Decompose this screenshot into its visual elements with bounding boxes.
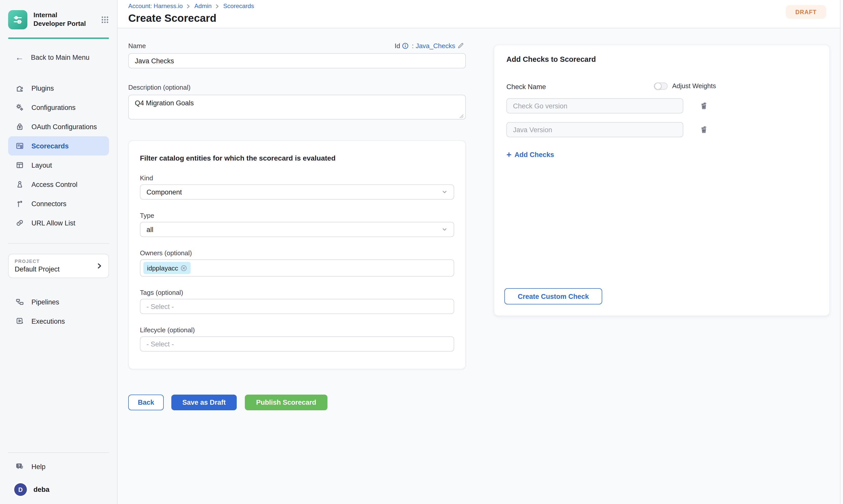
sidebar-item-label: Layout — [31, 161, 52, 169]
sidebar: Internal Developer Portal ← Back to Main… — [0, 0, 118, 504]
sidebar-item-connectors[interactable]: Connectors — [8, 194, 109, 213]
name-input[interactable] — [128, 53, 466, 68]
check-name-label: Check Name — [506, 83, 546, 90]
lifecycle-placeholder: - Select - — [146, 340, 174, 348]
avatar: D — [14, 483, 27, 496]
executions-icon — [15, 317, 24, 326]
create-custom-check-button[interactable]: Create Custom Check — [504, 288, 602, 304]
sidebar-item-label: Pipelines — [31, 298, 59, 306]
breadcrumb-admin[interactable]: Admin — [194, 2, 212, 10]
breadcrumb-account[interactable]: Account: Harness.io — [128, 2, 183, 10]
lifecycle-label: Lifecycle (optional) — [140, 326, 454, 334]
sidebar-nav: Plugins Configurations — [0, 78, 117, 233]
sidebar-item-oauth-configurations[interactable]: OAuth Configurations — [8, 117, 109, 136]
type-label: Type — [140, 212, 454, 219]
sidebar-item-pipelines[interactable]: Pipelines — [8, 292, 109, 311]
kind-select[interactable]: Component — [140, 184, 454, 200]
back-label: Back to Main Menu — [31, 53, 89, 61]
type-field-group: Type all — [140, 212, 454, 237]
entity-id-row: Id : Java_Checks — [394, 42, 466, 50]
app-grid-icon[interactable] — [101, 16, 109, 24]
app-title: Internal Developer Portal — [33, 11, 89, 29]
id-value[interactable]: Java_Checks — [416, 42, 455, 50]
back-to-main-menu[interactable]: ← Back to Main Menu — [8, 51, 109, 63]
delete-check-button[interactable] — [699, 101, 709, 111]
puzzle-icon — [15, 84, 24, 93]
plus-icon: + — [506, 150, 511, 159]
add-checks-label: Add Checks — [514, 151, 554, 159]
sidebar-item-label: Configurations — [31, 104, 75, 111]
id-separator: : — [412, 42, 414, 50]
adjust-weights-label: Adjust Weights — [672, 82, 716, 90]
owners-input[interactable]: idpplayacc — [140, 259, 454, 276]
main-area: Account: Harness.io Admin Scorecards Cre… — [118, 0, 843, 504]
link-icon — [15, 218, 24, 228]
save-as-draft-button[interactable]: Save as Draft — [171, 395, 237, 410]
kind-value: Component — [146, 188, 182, 196]
project-selector[interactable]: PROJECT Default Project — [8, 254, 109, 278]
app-viewport: Internal Developer Portal ← Back to Main… — [0, 0, 843, 504]
sidebar-item-label: Connectors — [31, 200, 66, 208]
checks-panel-title: Add Checks to Scorecard — [506, 55, 817, 63]
info-icon[interactable] — [402, 42, 409, 49]
sidebar-item-label: Scorecards — [31, 142, 69, 150]
type-select[interactable]: all — [140, 222, 454, 237]
check-input-2[interactable] — [506, 122, 683, 137]
sidebar-item-executions[interactable]: Executions — [8, 311, 109, 331]
brand-divider — [8, 37, 109, 39]
page-title: Create Scorecard — [128, 12, 843, 24]
trash-icon — [700, 102, 708, 110]
breadcrumb-scorecards[interactable]: Scorecards — [223, 2, 254, 10]
sidebar-bottom: ? Help D deba — [0, 452, 117, 504]
status-badge: DRAFT — [786, 5, 826, 19]
page-content: Name Id : Java_Checks — [118, 29, 843, 504]
project-eyebrow: PROJECT — [15, 259, 59, 264]
owners-label: Owners (optional) — [140, 249, 454, 257]
gears-icon — [15, 103, 24, 112]
sidebar-item-layout[interactable]: Layout — [8, 156, 109, 175]
back-button[interactable]: Back — [128, 395, 164, 410]
page-scrollbar[interactable] — [840, 0, 843, 504]
toggle-knob — [654, 82, 662, 89]
edit-pencil-icon[interactable] — [457, 42, 464, 49]
lifecycle-field-group: Lifecycle (optional) - Select - — [140, 326, 454, 352]
sidebar-item-label: URL Allow List — [31, 219, 75, 227]
sidebar-item-url-allow-list[interactable]: URL Allow List — [8, 213, 109, 233]
check-row — [506, 98, 817, 113]
name-label: Name — [128, 42, 146, 50]
owner-chip-label: idpplayacc — [147, 264, 178, 272]
breadcrumb: Account: Harness.io Admin Scorecards — [128, 2, 843, 10]
check-input-1[interactable] — [506, 98, 683, 113]
chip-remove-icon[interactable] — [181, 265, 187, 271]
publish-scorecard-button[interactable]: Publish Scorecard — [245, 395, 328, 410]
form-actions: Back Save as Draft Publish Scorecard — [128, 395, 466, 410]
pipelines-icon — [15, 297, 24, 306]
connectors-icon — [15, 199, 24, 208]
help-chat-icon: ? — [15, 462, 25, 471]
back-arrow-icon: ← — [15, 53, 24, 61]
sidebar-item-configurations[interactable]: Configurations — [8, 98, 109, 117]
sidebar-item-label: Access Control — [31, 181, 77, 188]
trash-icon — [700, 126, 708, 134]
scorecard-form: Name Id : Java_Checks — [128, 29, 466, 504]
person-icon — [15, 180, 24, 189]
chevron-right-icon — [96, 263, 102, 269]
svg-text:?: ? — [18, 464, 20, 468]
delete-check-button[interactable] — [699, 125, 709, 135]
sidebar-item-plugins[interactable]: Plugins — [8, 78, 109, 98]
chevron-right-icon — [215, 4, 220, 8]
add-checks-link[interactable]: + Add Checks — [506, 150, 554, 159]
user-menu[interactable]: D deba — [8, 483, 109, 496]
sidebar-nav-project: Pipelines Executions — [0, 292, 117, 331]
help-button[interactable]: ? Help — [8, 459, 109, 474]
sidebar-divider — [8, 243, 109, 244]
sidebar-item-access-control[interactable]: Access Control — [8, 175, 109, 194]
sidebar-item-scorecards[interactable]: Scorecards — [8, 136, 109, 156]
lifecycle-select[interactable]: - Select - — [140, 336, 454, 352]
tags-select[interactable]: - Select - — [140, 299, 454, 314]
sidebar-item-label: Plugins — [31, 84, 54, 92]
id-label: Id — [394, 42, 400, 50]
tags-label: Tags (optional) — [140, 289, 454, 296]
adjust-weights-toggle[interactable] — [654, 82, 668, 89]
description-textarea[interactable]: Q4 Migration Goals — [128, 95, 466, 120]
